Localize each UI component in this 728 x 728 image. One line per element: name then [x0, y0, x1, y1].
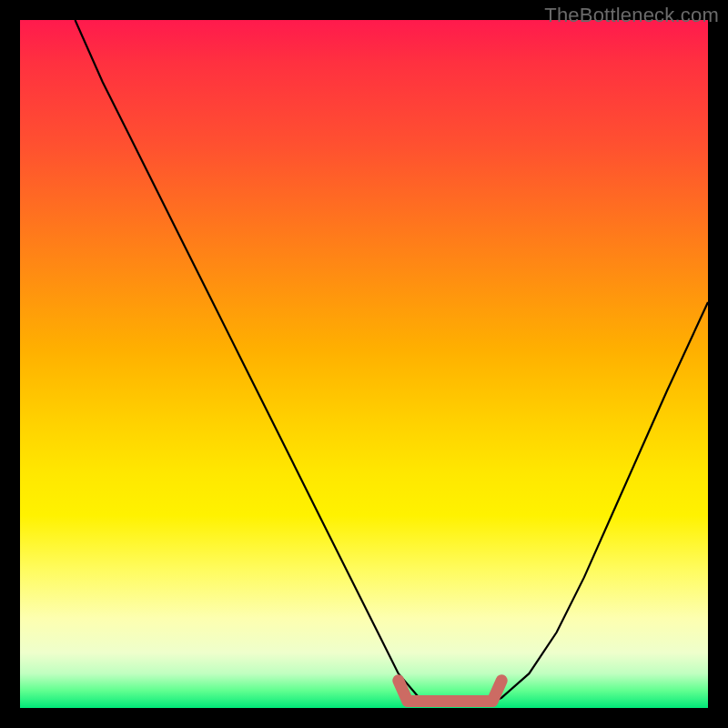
bottleneck-curve-line: [76, 20, 709, 706]
chart-svg: [0, 0, 728, 728]
